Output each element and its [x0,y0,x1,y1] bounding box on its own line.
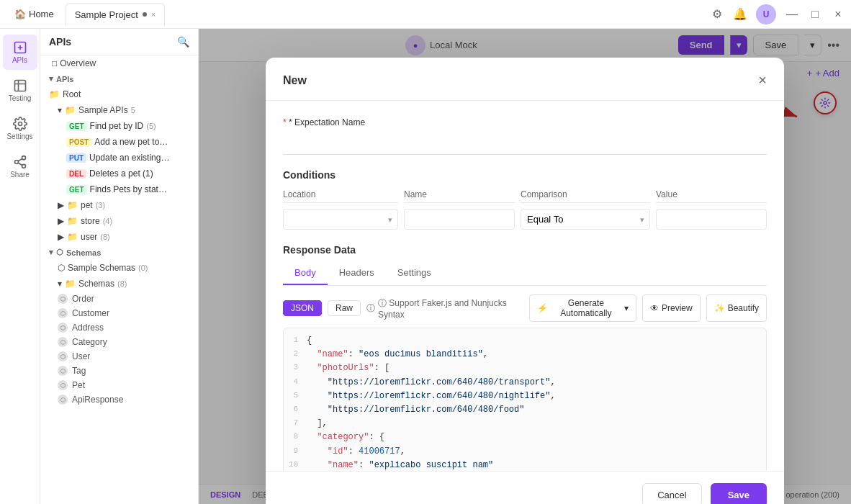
user-folder[interactable]: ▶ 📁 user (8) [40,229,198,245]
sidebar-title: APIs 🔍 [40,29,198,55]
endpoint-add-pet[interactable]: POST Add a new pet to… [40,134,198,150]
code-editor[interactable]: 1 { 2 "name": "eos ducimus blanditiis", … [283,328,767,471]
sample-apis-folder-icon: 📁 [65,105,76,115]
code-line-2: 2 "name": "eos ducimus blanditiis", [284,348,766,361]
schemas-schema-icon: ⬡ [56,248,63,257]
modal-save-button[interactable]: Save [711,483,767,504]
sidebar-item-share[interactable]: Share [3,149,37,184]
sidebar-item-settings-label: Settings [6,132,32,140]
sidebar-item-apis[interactable]: APIs [3,35,37,70]
value-input[interactable] [656,209,767,230]
schema-apiresponse-label: ApiResponse [72,395,123,405]
schema-address-label: Address [72,323,104,333]
avatar[interactable]: U [756,4,776,24]
pet-folder[interactable]: ▶ 📁 pet (3) [40,197,198,213]
value-header: Value [656,189,767,203]
schema-customer[interactable]: ⬡ Customer [40,306,198,320]
nav-sidebar: APIs 🔍 □ Overview ▾ APIs 📁 Root ▾ 📁 Samp… [40,29,199,504]
schema-tag-label: Tag [72,366,86,376]
sample-apis-folder[interactable]: ▾ 📁 Sample APIs 5 [40,102,198,118]
location-select[interactable] [283,209,398,230]
endpoint-count-0: (5) [146,122,156,130]
project-tab-label: Sample Project [75,9,138,20]
endpoint-label-0: Find pet by ID [90,121,144,131]
endpoint-find-by-id[interactable]: GET Find pet by ID (5) [40,118,198,134]
tab-settings[interactable]: Settings [386,261,443,285]
modal-close-button[interactable]: × [758,72,767,89]
content-area: ● Local Mock Send ▾ Save ▾ ••• + + Add [199,29,851,504]
settings-icon[interactable]: ⚙ [710,7,724,22]
comparison-header: Comparison [521,189,650,203]
generate-automatically-button[interactable]: ⚡ Generate Automatically ▾ [529,294,636,322]
code-line-1: 1 { [284,334,766,348]
raw-format-button[interactable]: Raw [328,300,361,316]
modal-overlay: New × * * Expectation Name Conditions [199,29,851,504]
schemas-folder[interactable]: ▾ 📁 Schemas (8) [40,276,198,292]
generate-chevron-icon: ▾ [624,303,629,313]
sidebar-item-settings[interactable]: Settings [3,111,37,146]
schemas-section[interactable]: ▾ ⬡ Schemas [40,245,198,260]
schema-category-label: Category [72,337,107,347]
apis-section-chevron: ▾ [49,74,53,84]
minimize-icon[interactable]: — [785,7,799,22]
beautify-button[interactable]: ✨ Beautify [706,294,767,322]
store-folder-chevron: ▶ [58,216,64,226]
sample-schemas-icon: ⬡ [58,263,65,273]
sample-schemas-count: (0) [138,264,148,272]
close-tab-icon[interactable]: × [151,10,156,19]
endpoint-label-2: Update an existing… [89,153,169,163]
sample-schemas-folder[interactable]: ⬡ Sample Schemas (0) [40,260,198,276]
bell-icon[interactable]: 🔔 [733,7,747,22]
endpoint-find-by-status[interactable]: GET Finds Pets by stat… [40,181,198,197]
schema-order[interactable]: ⬡ Order [40,292,198,306]
expectation-name-input[interactable] [283,131,767,155]
maximize-icon[interactable]: □ [808,7,822,22]
schemas-folder-icon: 📁 [65,279,76,289]
sidebar-item-share-label: Share [10,171,30,179]
schema-apiresponse[interactable]: ⬡ ApiResponse [40,392,198,407]
method-post-badge: POST [66,138,91,147]
schema-user[interactable]: ⬡ User [40,349,198,364]
icon-sidebar: APIs Testing Settings Share [0,29,40,504]
tab-headers[interactable]: Headers [328,261,386,285]
home-tab-label: Home [29,9,54,19]
main-layout: APIs Testing Settings Share APIs 🔍 □ Ove… [0,29,851,504]
user-count: (8) [100,233,109,241]
root-folder[interactable]: 📁 Root [40,86,198,102]
schema-customer-icon: ⬡ [58,308,68,318]
schema-pet[interactable]: ⬡ Pet [40,378,198,392]
json-format-button[interactable]: JSON [283,300,322,316]
sidebar-search-icon[interactable]: 🔍 [177,36,189,48]
topbar-right: ⚙ 🔔 U — □ × [710,4,845,24]
store-folder-icon: 📁 [67,216,78,226]
method-get-badge-2: GET [66,185,87,194]
svg-line-5 [18,163,22,165]
user-folder-icon: 📁 [67,232,78,242]
cancel-button[interactable]: Cancel [642,483,701,504]
close-window-icon[interactable]: × [831,7,845,22]
schema-pet-label: Pet [72,380,85,390]
code-line-3: 3 "photoUrls": [ [284,361,766,375]
svg-point-4 [22,164,25,168]
method-get-badge: GET [66,122,87,131]
sample-apis-chevron: ▾ [58,105,62,115]
sidebar-item-testing[interactable]: Testing [3,73,37,108]
faker-hint: ⓘ ⓘ Support Faker.js and Nunjucks Syntax [366,297,523,320]
schema-tag[interactable]: ⬡ Tag [40,364,198,378]
comparison-select[interactable]: Equal To Not Equal To Contains [521,209,650,230]
home-tab[interactable]: 🏠 Home [6,6,63,22]
tab-body[interactable]: Body [283,261,328,285]
svg-line-6 [18,158,22,161]
code-line-7: 7 ], [284,417,766,431]
schema-category[interactable]: ⬡ Category [40,335,198,349]
apis-section[interactable]: ▾ APIs [40,71,198,86]
schema-address[interactable]: ⬡ Address [40,320,198,335]
store-folder[interactable]: ▶ 📁 store (4) [40,213,198,229]
project-tab[interactable]: Sample Project × [66,3,166,26]
schemas-folder-chevron: ▾ [58,279,62,289]
preview-button[interactable]: 👁 Preview [642,294,701,322]
endpoint-delete-pet[interactable]: DEL Deletes a pet (1) [40,166,198,181]
endpoint-update-pet[interactable]: PUT Update an existing… [40,150,198,166]
name-input[interactable] [404,209,515,230]
overview-item[interactable]: □ Overview [40,55,198,71]
